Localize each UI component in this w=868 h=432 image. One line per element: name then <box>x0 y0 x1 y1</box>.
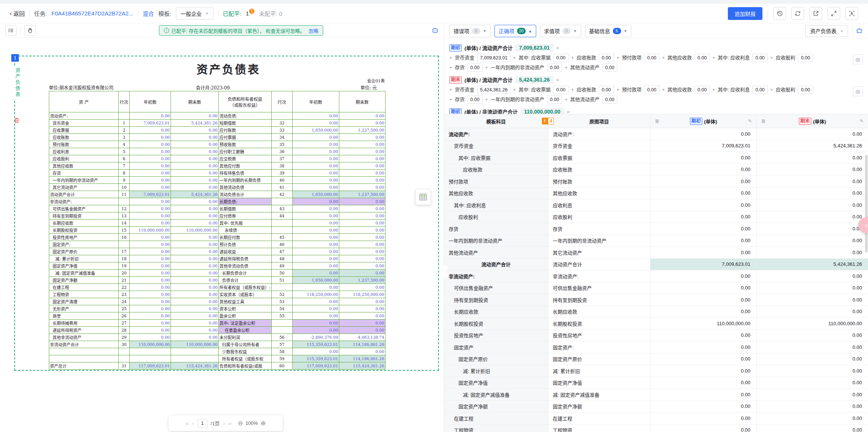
table-row[interactable]: 预付款项预付账款0.000.00 <box>444 176 868 188</box>
table-row[interactable]: 其中: 应收票据应收票据0.000.00 <box>444 152 868 164</box>
table-row[interactable]: 应收股利应收股利0.000.00 <box>444 211 868 223</box>
scrollbar-thumb[interactable] <box>865 155 868 253</box>
tab-求值项[interactable]: 求值项0▼ <box>540 25 581 37</box>
formula-term: +预付款项0.00 <box>617 54 659 62</box>
task-id-link[interactable]: F0A41B46572E47D2A2B72A2... <box>51 10 133 17</box>
table-row[interactable]: 固定资产原价固定资产原价0.000.00 <box>444 353 868 365</box>
validation-tabs: 错误项0▼正确项20▲求值项0▼基础信息5▼ 资产负债表 ∨ <box>444 23 868 39</box>
document-canvas: 1 资产负债表 资产负债表 会企01表 单位:丽水金汛股权投资有限公司 会计月:… <box>0 38 444 432</box>
table-row[interactable]: 非流动资产:非流动资产:0.000.00 <box>444 270 868 282</box>
fullscreen-expand-icon[interactable] <box>827 7 840 20</box>
history-icon[interactable] <box>773 7 786 20</box>
back-button[interactable]: ‹ 返回 <box>10 9 25 17</box>
doc-info-row: 单位:丽水金汛股权投资有限公司 会计月:2023-09 单位: 元 <box>49 84 377 91</box>
cell-original-item: 流动资产合计 <box>548 259 650 270</box>
cell-end-value: 0.00 <box>757 389 868 400</box>
period-badge: 期初 <box>449 44 462 52</box>
table-row[interactable]: 其他应收款其他应收款0.000.00 <box>444 188 868 200</box>
trash-icon[interactable] <box>14 117 20 125</box>
zoom-out-icon[interactable]: ⊖ <box>238 420 243 427</box>
sheet-select-value: 资产负债表 <box>810 27 836 35</box>
append-report-button[interactable]: 追加财报 <box>728 7 762 20</box>
divider <box>29 11 30 17</box>
ai-assistant-icon[interactable] <box>432 27 439 34</box>
table-row[interactable]: 工程物资工程物资0.000.00 <box>444 424 868 432</box>
tab-count-badge: 0 <box>563 28 571 34</box>
template-label: 模板: <box>159 9 171 17</box>
cell-original-item: 投资性房地产 <box>548 330 650 341</box>
outline-icon[interactable] <box>5 25 17 36</box>
cell-template-subject: 减: 累计折旧 <box>444 365 548 377</box>
end-badge: 期末 <box>799 118 811 125</box>
cell-begin-value: 0.00 <box>650 365 757 377</box>
formula-list: 期初(单体) / 流动资产合计7,009,623.01=+货币资金7,009,6… <box>444 39 868 114</box>
eye-icon[interactable]: ◎ <box>853 55 863 64</box>
cell-template-subject: 货币资金 <box>444 140 548 152</box>
table-row[interactable]: 货币资金货币资金7,009,623.015,424,361.26 <box>444 140 868 152</box>
term-name: 预付款项 <box>622 86 641 94</box>
pencil-icon[interactable]: ✎ <box>748 118 752 124</box>
list-icon[interactable]: ≣ <box>655 118 659 124</box>
text-recognition-icon[interactable] <box>845 7 858 20</box>
pencil-icon[interactable]: ✎ <box>860 118 863 124</box>
ai-assistant-icon[interactable] <box>856 27 863 34</box>
eye-icon[interactable]: ◎ <box>853 86 863 96</box>
cell-end-value: 0.00 <box>757 223 868 235</box>
formula-total: 5,424,361.26 <box>515 76 553 83</box>
doc-row: 长期待摊费用270.000.00其中: 法定盈余公积0.000.00 <box>49 320 386 327</box>
table-row[interactable]: 持有至到期投资持有至到期投资0.000.00 <box>444 294 868 306</box>
table-row[interactable]: 一年内到期的非流动资产一年内到期的非流动资产0.000.00 <box>444 235 868 247</box>
doc-row: 固定资产净额210.000.00 负债合计511,650,000.001,237… <box>49 277 386 284</box>
open-external-icon[interactable] <box>809 7 822 20</box>
table-row[interactable]: 可供出售金融资产可供出售金融资产0.000.00 <box>444 282 868 294</box>
cell-template-subject: 固定资产原价 <box>444 353 548 365</box>
cell-end-value: 0.00 <box>757 353 868 365</box>
table-row[interactable]: 流动资产:流动资产:0.000.00 <box>444 128 868 140</box>
cell-original-item: 减: 固定资产减值准备 <box>548 389 650 400</box>
task-label: 任务: <box>34 9 47 17</box>
next-page-icon[interactable]: › <box>223 420 225 426</box>
notice-ignore-link[interactable]: 忽略 <box>308 27 318 34</box>
doc-row: 持有至到期投资130.000.00应付债券440.000.00 <box>49 212 386 220</box>
hand-pan-icon[interactable] <box>24 25 36 36</box>
first-page-icon[interactable]: « <box>186 420 189 426</box>
panel-resize-handle[interactable]: ⋮⋮ <box>441 266 447 277</box>
table-row[interactable]: 投资性房地产投资性房地产0.000.00 <box>444 330 868 342</box>
table-row[interactable]: 长期应收款长期应收款0.000.00 <box>444 306 868 318</box>
table-row[interactable]: 减: 累计折旧减: 累计折旧0.000.00 <box>444 365 868 377</box>
refresh-icon[interactable] <box>791 7 804 20</box>
table-row[interactable]: 固定资产净额固定资产净额0.000.00 <box>444 401 868 413</box>
tab-错误项[interactable]: 错误项0▼ <box>449 25 491 37</box>
table-grid-icon[interactable] <box>416 189 431 205</box>
cell-template-subject: 固定资产净额 <box>444 401 548 412</box>
zoom-in-icon[interactable]: ⊕ <box>260 420 265 427</box>
sheet-tab-vertical[interactable]: 资产负债表 <box>14 66 21 99</box>
page-input[interactable]: 1 <box>198 419 207 428</box>
last-page-icon[interactable]: » <box>228 420 231 426</box>
table-row[interactable]: 固定资产固定资产:0.000.00 <box>444 341 868 353</box>
table-row[interactable]: 固定资产净值固定资产净值0.000.00 <box>444 377 868 389</box>
doc-row: 应收利息50.000.00应付职工薪酬360.000.00 <box>49 148 386 155</box>
table-row[interactable]: 减: 固定资产减值准备减: 固定资产减值准备0.000.00 <box>444 389 868 401</box>
tab-基础信息[interactable]: 基础信息5▼ <box>585 25 632 37</box>
cell-template-subject: 存货 <box>444 223 548 235</box>
table-row[interactable]: 其中: 应收利息应收利息0.000.00 <box>444 199 868 211</box>
tab-正确项[interactable]: 正确项20▲ <box>494 25 536 37</box>
template-select[interactable]: 一般企业 ∨ <box>176 8 213 20</box>
sheet-select[interactable]: 资产负债表 ∨ <box>805 25 848 37</box>
doc-row: 减: 固定资产减值准备200.000.00 长期负债合计500.000.00 <box>49 270 386 277</box>
term-value: 0.00 <box>599 54 614 62</box>
cell-begin-value: 0.00 <box>650 282 757 294</box>
table-row[interactable]: 长期股权投资长期股权投资110,000,000.00110,000,000.00 <box>444 318 868 330</box>
term-value: 5,424,361.26 <box>477 86 511 94</box>
list-icon[interactable]: ≣ <box>761 118 766 124</box>
table-row[interactable]: 流动资产合计流动资产合计7,009,623.015,424,361.26 <box>444 259 868 271</box>
prev-page-icon[interactable]: ‹ <box>192 420 194 426</box>
table-row[interactable]: 应收账款应收账款0.000.00 <box>444 164 868 176</box>
doc-row: 固定资产净值190.000.00其他非流动负债490.000.00 <box>49 262 386 270</box>
tab-count-badge: 20 <box>517 28 526 34</box>
doc-row: 无形资产250.000.00资本公积540.000.00 <box>49 305 386 312</box>
table-row[interactable]: 存货存货0.000.00 <box>444 223 868 235</box>
table-row[interactable]: 在建工程在建工程0.000.00 <box>444 412 868 424</box>
table-row[interactable]: 其他流动资产其它流动资产0.000.00 <box>444 247 868 259</box>
